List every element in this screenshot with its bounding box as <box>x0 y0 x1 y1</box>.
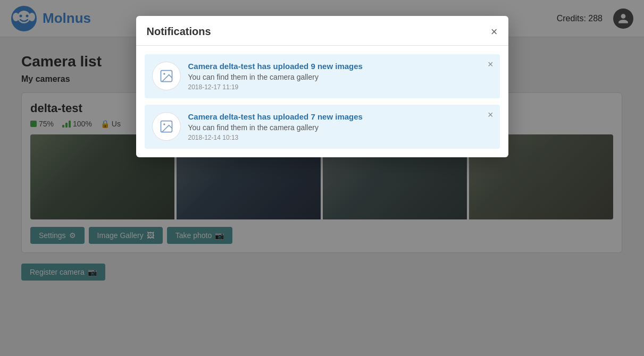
notification-desc-1: You can find them in the camera gallery <box>188 73 492 81</box>
notification-content-2: Camera delta-test has uploaded 7 new ima… <box>188 112 492 141</box>
modal-title: Notifications <box>147 26 211 38</box>
notification-close-2[interactable]: × <box>488 110 494 120</box>
notification-desc-2: You can find them in the camera gallery <box>188 123 492 132</box>
svg-point-7 <box>163 73 165 75</box>
modal-header: Notifications × <box>136 16 508 46</box>
notification-time-2: 2018-12-14 10:13 <box>188 134 492 141</box>
modal-overlay[interactable]: Notifications × Camera delta-test has up… <box>0 0 644 356</box>
notification-title-1: Camera delta-test has uploaded 9 new ima… <box>188 62 492 71</box>
notification-time-1: 2018-12-17 11:19 <box>188 83 492 91</box>
image-icon-2 <box>159 119 174 134</box>
image-icon-1 <box>159 69 174 83</box>
modal-body: Camera delta-test has uploaded 9 new ima… <box>136 46 508 157</box>
notification-item-1: Camera delta-test has uploaded 9 new ima… <box>145 54 500 98</box>
notification-item-2: Camera delta-test has uploaded 7 new ima… <box>145 105 500 149</box>
notification-close-1[interactable]: × <box>488 60 494 69</box>
notification-title-2: Camera delta-test has uploaded 7 new ima… <box>188 112 492 121</box>
notification-content-1: Camera delta-test has uploaded 9 new ima… <box>188 62 492 91</box>
notifications-modal: Notifications × Camera delta-test has up… <box>136 16 508 157</box>
notification-icon-1 <box>152 62 181 90</box>
modal-close-button[interactable]: × <box>491 26 498 38</box>
notification-icon-2 <box>152 112 181 141</box>
svg-point-9 <box>163 123 165 125</box>
